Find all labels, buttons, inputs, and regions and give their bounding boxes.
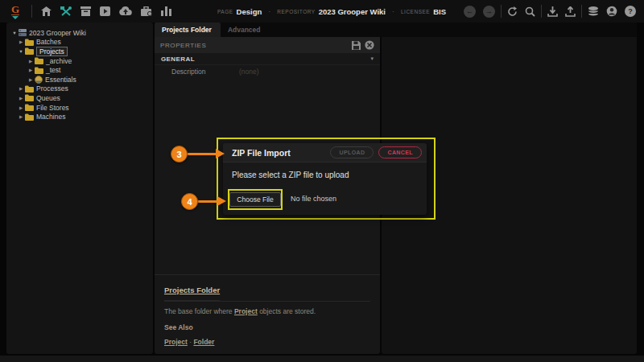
tree-node-queues[interactable]: ▶ Queues: [6, 93, 153, 103]
top-app-bar: G PAGE Design · REPOSITORY 2023 Grooper: [0, 0, 644, 23]
field-description[interactable]: Description (none): [155, 65, 380, 77]
help-icon[interactable]: ?: [625, 6, 636, 17]
folder-icon: [25, 39, 34, 46]
dialog-title-bar: ZIP File Import UPLOAD CANCEL: [223, 143, 427, 162]
page-label: PAGE: [217, 9, 233, 14]
tree-node-processes[interactable]: ▶ Processes: [6, 84, 153, 94]
help-glyph: ?: [628, 7, 633, 15]
cloud-upload-icon[interactable]: [119, 6, 132, 16]
section-general[interactable]: GENERAL ▾: [155, 53, 380, 65]
forward-button[interactable]: →: [483, 6, 495, 18]
see-also-link-folder[interactable]: Folder: [193, 338, 214, 346]
tree-node-label: _test: [46, 66, 60, 74]
tab-projects-folder[interactable]: Projects Folder: [155, 23, 221, 37]
caret-collapsed-icon[interactable]: ▶: [27, 59, 34, 64]
tree-node-file-stores[interactable]: ▶ File Stores: [6, 103, 153, 113]
jobs-briefcase-icon[interactable]: [141, 6, 152, 16]
cancel-button[interactable]: CANCEL: [378, 146, 422, 158]
tree-node-machines[interactable]: ▶ Machines: [6, 112, 153, 121]
help-inline-link-project[interactable]: Project: [234, 307, 258, 315]
grooper-logo-letter: G: [11, 4, 19, 15]
tree-node-repository[interactable]: ▼ 2023 Grooper Wiki: [6, 28, 153, 38]
batches-box-icon[interactable]: [80, 6, 91, 16]
node-tree-panel: ▼ 2023 Grooper Wiki ▶ Batches ▼ Projects…: [6, 23, 153, 354]
tree-node-label: Machines: [36, 113, 65, 121]
annotation-arrow-3-head: [216, 149, 225, 158]
annotation-step-3-badge: 3: [171, 146, 188, 162]
design-tools-icon[interactable]: [60, 6, 72, 17]
properties-toolbar: PROPERTIES: [155, 37, 380, 53]
field-label: Description: [171, 68, 239, 76]
caret-collapsed-icon[interactable]: ▶: [18, 86, 24, 91]
zip-file-import-dialog: ZIP File Import UPLOAD CANCEL Please sel…: [223, 143, 427, 215]
tree-node-essentials[interactable]: ▶ Essentials: [6, 75, 153, 84]
account-icon[interactable]: [606, 6, 617, 17]
annotation-step-4-number: 4: [187, 197, 192, 207]
help-title-link[interactable]: Projects Folder: [164, 286, 220, 301]
tab-advanced[interactable]: Advanced: [221, 23, 270, 37]
run-box-icon[interactable]: [100, 6, 110, 16]
caret-collapsed-icon[interactable]: ▶: [18, 39, 24, 44]
search-icon[interactable]: [525, 6, 535, 17]
import-download-icon[interactable]: [547, 6, 558, 17]
help-body-suffix: objects are stored.: [258, 307, 316, 315]
caret-collapsed-icon[interactable]: ▶: [27, 68, 34, 72]
tree-node-label: 2023 Grooper Wiki: [29, 29, 86, 37]
dialog-message: Please select a ZIP file to upload: [223, 162, 427, 179]
annotation-arrow-3-line: [188, 153, 217, 155]
caret-expanded-icon[interactable]: ▼: [18, 49, 24, 54]
folder-icon: [25, 113, 34, 121]
tree-node-test[interactable]: ▶ _test: [6, 65, 153, 75]
repository-label: REPOSITORY: [277, 9, 315, 14]
page-value[interactable]: Design: [237, 7, 262, 16]
choose-file-button[interactable]: Choose File: [229, 192, 280, 207]
see-also-links: Project · Folder: [164, 338, 370, 346]
tree-node-label: Processes: [36, 84, 68, 93]
caret-expanded-icon[interactable]: ▼: [11, 31, 18, 35]
tree-node-batches[interactable]: ▶ Batches: [6, 38, 153, 47]
help-body-text: The base folder where Project objects ar…: [164, 307, 370, 315]
caret-collapsed-icon[interactable]: ▶: [18, 96, 24, 101]
help-section: Projects Folder The base folder where Pr…: [155, 274, 380, 354]
divider: [31, 5, 32, 18]
see-also-heading: See Also: [164, 323, 370, 331]
annotation-arrow-4-line: [198, 200, 218, 203]
tree-node-label: File Stores: [36, 104, 69, 112]
tree-node-label: Projects: [36, 47, 68, 56]
tree-node-label: Batches: [36, 38, 61, 46]
see-also-link-project[interactable]: Project: [164, 338, 188, 346]
tree-node-projects-selected[interactable]: ▼ Projects: [6, 47, 153, 56]
caret-collapsed-icon[interactable]: ▶: [18, 105, 24, 110]
refresh-icon[interactable]: [507, 6, 518, 17]
tab-strip: Projects Folder Advanced: [155, 23, 637, 37]
field-value[interactable]: (none): [239, 68, 259, 76]
licensee-value: BIS: [433, 7, 446, 16]
tree-node-label: Queues: [36, 94, 60, 102]
caret-collapsed-icon[interactable]: ▶: [18, 114, 24, 119]
no-file-chosen-text: No file chosen: [291, 195, 336, 203]
tree-node-archive[interactable]: ▶ _archive: [6, 56, 153, 66]
dialog-title: ZIP File Import: [232, 148, 291, 158]
choose-file-highlight-outline: Choose File: [228, 189, 283, 210]
logo-chevron-icon: [12, 16, 19, 19]
licensee-label: LICENSEE: [401, 9, 430, 14]
folder-icon: [25, 94, 34, 101]
caret-collapsed-icon[interactable]: ▶: [27, 77, 34, 82]
tree-node-label: Essentials: [45, 76, 76, 84]
back-button[interactable]: ←: [464, 6, 476, 18]
home-icon[interactable]: [41, 6, 52, 16]
chevron-down-icon[interactable]: ▾: [370, 56, 374, 62]
repository-value[interactable]: 2023 Grooper Wiki: [319, 7, 386, 16]
folder-icon: [25, 104, 34, 111]
folder-icon: [35, 57, 43, 64]
database-icon[interactable]: [588, 6, 599, 17]
stats-chart-icon[interactable]: [161, 6, 171, 16]
repository-node-icon: [19, 29, 27, 36]
export-upload-icon[interactable]: [565, 6, 576, 17]
save-icon[interactable]: [352, 41, 361, 50]
folder-icon: [25, 47, 34, 55]
grooper-logo[interactable]: G: [5, 2, 26, 21]
help-body-prefix: The base folder where: [164, 307, 234, 315]
upload-button[interactable]: UPLOAD: [330, 146, 374, 158]
close-icon[interactable]: [365, 40, 374, 50]
